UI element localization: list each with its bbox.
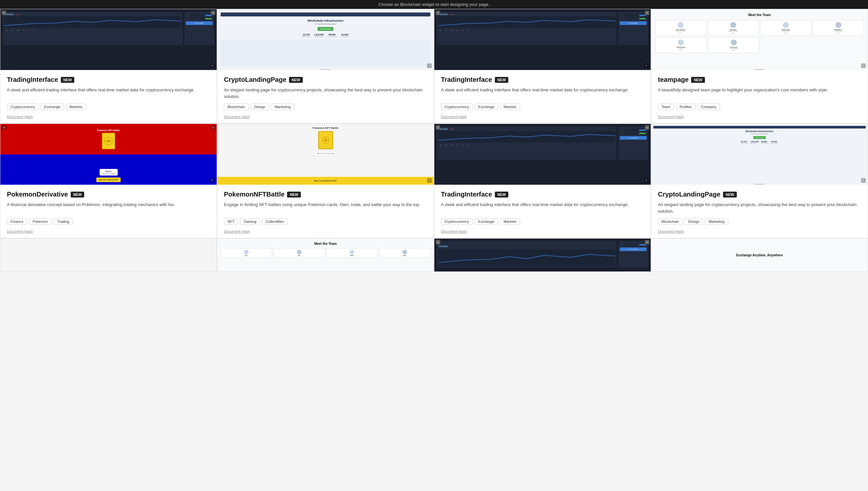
top-bar-message: Choose an Blockchain widget to start des…	[379, 2, 489, 7]
pokemon-card-art	[102, 133, 115, 149]
preview-landing-1[interactable]: Blockchain Infrastructure for Decentrali…	[217, 9, 434, 70]
card-title-7: TradingInterface	[441, 191, 492, 198]
doc-hash-3[interactable]: Document Hash	[441, 115, 644, 119]
tag-cryptocurrency-3[interactable]: Cryptocurrency	[441, 218, 473, 225]
expand-icon-6[interactable]: +	[427, 178, 432, 183]
doc-hash-2[interactable]: Document Hash	[224, 115, 427, 119]
expand-icon-1[interactable]: +	[210, 63, 215, 68]
card-trading-2: 0.013621 -0.02% 1M 5M 15M 1H	[434, 9, 651, 123]
tag-nft-1[interactable]: NFT	[224, 218, 238, 225]
preview-bottom-1[interactable]	[0, 239, 217, 271]
card-bottom-3: 0.013621 BTC Connect Wallet ⊡ ⊡	[434, 238, 651, 272]
team-member-charlie: Charlie Wang Marketing Lead charlie@...	[760, 20, 811, 36]
preview-bottom-3[interactable]: 0.013621 BTC Connect Wallet ⊡ ⊡	[434, 239, 651, 271]
tag-markets-2[interactable]: Markets	[500, 104, 520, 110]
expand-icon-7[interactable]: +	[644, 178, 649, 183]
preview-trading-3[interactable]: 0.013621 -0.02% 1M 5M 15M 1H	[434, 124, 651, 185]
card-bottom-1	[0, 238, 217, 272]
badge-new-7: NEW	[495, 192, 509, 198]
tag-profiles-1[interactable]: Profiles	[676, 104, 695, 110]
badge-new-2: NEW	[289, 77, 303, 83]
tag-cryptocurrency-1[interactable]: Cryptocurrency	[7, 104, 39, 110]
tag-gaming-1[interactable]: Gaming	[240, 218, 260, 225]
tags-5: Finance Pokémon Trading	[7, 218, 210, 225]
preview-pokemon-1[interactable]: Pokémon NFT Battle Pikachu Mint your NFT…	[0, 124, 217, 185]
card-title-6: PokemonNFTBattle	[224, 191, 284, 198]
card-title-2: CryptoLandingPage	[224, 76, 286, 84]
expand-icon-2[interactable]: +	[427, 63, 432, 68]
card-body-8: CryptoLandingPage NEW An elegant landing…	[651, 185, 868, 238]
card-trading-1: 0.013621 -0.02% 1M 5M 15M 1H	[0, 9, 217, 123]
tag-pokemon-1[interactable]: Pokémon	[29, 218, 51, 225]
expand-icon-4[interactable]: +	[861, 63, 866, 68]
mint-btn-1[interactable]: Mint Your Pokémon NFT	[96, 177, 121, 182]
tags-1: Cryptocurrency Exchange Markets	[7, 104, 210, 110]
corner-tr-icon-3: ⊡	[645, 125, 649, 130]
tag-markets-1[interactable]: Markets	[66, 104, 86, 110]
doc-hash-1[interactable]: Document Hash	[7, 115, 210, 119]
preview-team-1[interactable]: Meet the Team Alice Johnson Founder, Tec…	[651, 9, 868, 70]
card-bottom-4: Exchange Anytime, Anywhere	[651, 238, 868, 272]
divider-1	[320, 69, 330, 70]
preview-trading-1[interactable]: 0.013621 -0.02% 1M 5M 15M 1H	[0, 9, 217, 70]
doc-hash-5[interactable]: Document Hash	[7, 229, 210, 233]
tag-team-1[interactable]: Team	[658, 104, 674, 110]
tag-exchange-1[interactable]: Exchange	[41, 104, 64, 110]
tag-marketing-1[interactable]: Marketing	[271, 104, 294, 110]
card-title-5: PokemonDerivative	[7, 191, 68, 198]
card-title-8: CryptoLandingPage	[658, 191, 720, 198]
doc-hash-4[interactable]: Document Hash	[658, 115, 861, 119]
expand-icon-5[interactable]: +	[210, 178, 215, 183]
mini-btn[interactable]: Explore Dapps	[753, 136, 766, 139]
card-body-7: TradingInterface NEW A sleek and efficie…	[434, 185, 651, 238]
badge-new-5: NEW	[71, 192, 84, 198]
team-title-preview: Meet the Team	[655, 13, 864, 17]
card-pokemon-nft-1: Pokémon NFT Battle Mint your NFT to star…	[217, 123, 434, 238]
card-body-3: TradingInterface NEW A sleek and efficie…	[434, 70, 651, 123]
preview-landing-2[interactable]: Blockchain Infrastructure for Decentrali…	[651, 124, 868, 185]
tags-3: Cryptocurrency Exchange Markets	[441, 104, 644, 110]
tag-company-1[interactable]: Company	[697, 104, 720, 110]
card-desc-2: An elegant landing page for cryptocurren…	[224, 87, 427, 99]
tag-marketing-2[interactable]: Marketing	[705, 218, 728, 225]
team-grid-bottom: Ethan Brooks UI Designer ethan@... Fiona…	[655, 37, 759, 53]
expand-icon-3[interactable]: +	[644, 63, 649, 68]
card-grid: 0.013621 -0.02% 1M 5M 15M 1H	[0, 9, 868, 272]
corner-tr-bottom-3: ⊡	[645, 240, 649, 244]
corner-tr-icon: ⊡	[211, 10, 215, 15]
divider-team	[755, 69, 764, 70]
tag-exchange-2[interactable]: Exchange	[475, 104, 498, 110]
tag-design-1[interactable]: Design	[251, 104, 269, 110]
tag-cryptocurrency-2[interactable]: Cryptocurrency	[441, 104, 473, 110]
tag-design-2[interactable]: Design	[684, 218, 703, 225]
badge-new-4: NEW	[691, 77, 705, 83]
card-body-1: TradingInterface NEW A sleek and efficie…	[0, 70, 217, 123]
tag-collectibles-1[interactable]: Collectibles	[262, 218, 288, 225]
doc-hash-6[interactable]: Document Hash	[224, 229, 427, 233]
card-desc-5: A financial derivative concept based on …	[7, 201, 210, 214]
tag-finance-1[interactable]: Finance	[7, 218, 27, 225]
expand-icon-8[interactable]: +	[861, 178, 866, 183]
bottom-team-grid: Alice Bob Charlie Diana	[221, 248, 430, 258]
preview-trading-2[interactable]: 0.013621 -0.02% 1M 5M 15M 1H	[434, 9, 651, 70]
tag-trading-1[interactable]: Trading	[54, 218, 73, 225]
card-title-3: TradingInterface	[441, 76, 492, 84]
mini-stats: 22,764 Active Validators 1,234,567 Stake…	[741, 141, 778, 144]
preview-pokemon-nft-1[interactable]: Pokémon NFT Battle Mint your NFT to star…	[217, 124, 434, 185]
tag-blockchain-2[interactable]: Blockchain	[658, 218, 682, 225]
pokemon-top: Pokémon NFT Battle	[0, 124, 217, 154]
team-member-ethan: Ethan Brooks UI Designer ethan@...	[655, 37, 706, 53]
pokemon-bottom: Pikachu Mint your NFT to start battling …	[0, 154, 217, 185]
card-title-4: teampage	[658, 76, 689, 84]
doc-hash-8[interactable]: Document Hash	[658, 229, 861, 233]
card-desc-6: Engage in thrilling NFT battles using un…	[224, 201, 427, 214]
tag-markets-3[interactable]: Markets	[500, 218, 520, 225]
explore-btn-1[interactable]: Explore Dapps	[317, 27, 334, 31]
doc-hash-7[interactable]: Document Hash	[441, 229, 644, 233]
preview-bottom-4[interactable]: Exchange Anytime, Anywhere	[651, 239, 868, 271]
preview-bottom-2[interactable]: Meet the Team Alice Bob Charlie	[217, 239, 434, 271]
tag-exchange-3[interactable]: Exchange	[475, 218, 498, 225]
card-desc-4: A beautifully designed team page to high…	[658, 87, 861, 99]
mini-nav	[653, 126, 866, 128]
tag-blockchain-1[interactable]: Blockchain	[224, 104, 249, 110]
